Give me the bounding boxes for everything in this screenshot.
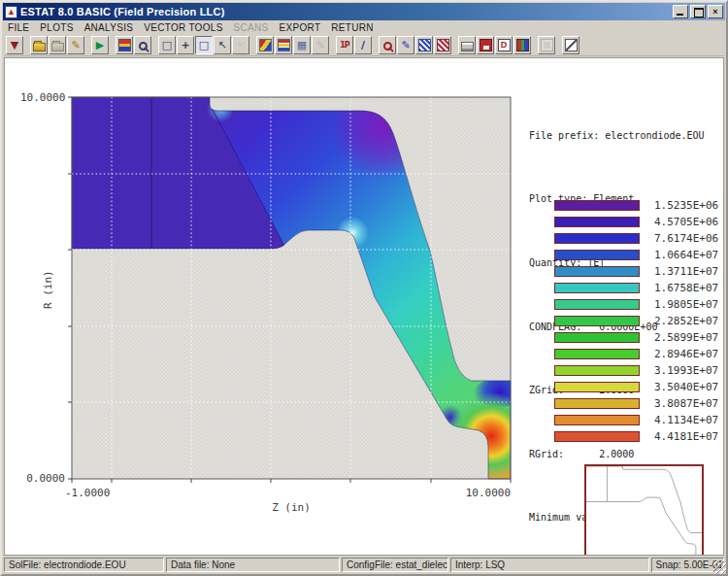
grab-view-button[interactable]: ☜ xyxy=(232,36,249,54)
movie-icon xyxy=(516,39,529,51)
toolbar: ▼ ✎ ▶ □ xyxy=(4,35,724,56)
y-axis-title: R (in) xyxy=(42,270,54,309)
expand-view-button[interactable]: + xyxy=(177,36,194,54)
x-axis-title: Z (in) xyxy=(248,501,335,514)
menu-export[interactable]: EXPORT xyxy=(280,22,321,33)
matrix-red-icon xyxy=(437,39,449,51)
run-button[interactable]: ▶ xyxy=(91,36,109,54)
analysis-zoom-button[interactable] xyxy=(379,36,396,54)
open-data-button[interactable] xyxy=(49,36,66,54)
info-line: RGrid: 2.0000 xyxy=(529,447,705,462)
geometry-overview-inset[interactable] xyxy=(584,464,704,556)
save-plot-button[interactable] xyxy=(477,36,494,54)
plot-style-button[interactable] xyxy=(256,36,274,54)
pan-arrow-icon: ↖ xyxy=(216,39,229,51)
copy-plot-icon: D xyxy=(498,39,511,51)
movie-button[interactable] xyxy=(513,36,531,54)
play-icon: ▶ xyxy=(94,39,107,51)
legend-swatch xyxy=(554,382,640,392)
chart-icon xyxy=(118,39,131,51)
window-title: ESTAT 8.0 BASIC (Field Precision LLC) xyxy=(20,6,673,17)
matrix-file-button[interactable] xyxy=(415,36,433,54)
legend-swatch xyxy=(554,415,640,425)
legend-swatch xyxy=(554,217,640,227)
legend-row: 2.5899E+07 xyxy=(554,332,718,343)
matrix-blue-icon xyxy=(418,39,431,51)
close-plot-button[interactable] xyxy=(562,36,579,54)
zoom-box-icon: □ xyxy=(161,39,174,51)
line-scan-button[interactable]: / xyxy=(354,36,372,54)
color-lines-icon xyxy=(278,39,290,51)
status-cell: Interp: LSQ xyxy=(450,558,649,572)
resize-grip[interactable] xyxy=(713,561,726,574)
legend-value: 2.2852E+07 xyxy=(654,316,718,326)
grid-display-button[interactable]: ▦ xyxy=(293,36,311,54)
global-view-icon: □ xyxy=(198,39,211,51)
status-cell: ConfigFile: estat_dielectric.cfg xyxy=(342,558,448,572)
matrix-file2-button[interactable] xyxy=(434,36,451,54)
menu-vector-tools[interactable]: VECTOR TOOLS xyxy=(144,22,222,33)
maximize-button[interactable] xyxy=(690,5,706,18)
status-cell: Data file: None xyxy=(166,558,340,572)
legend-swatch xyxy=(554,233,640,244)
hand-icon: ☜ xyxy=(235,39,248,51)
plot-settings-button[interactable] xyxy=(116,36,133,54)
exit-plot-button[interactable]: ▼ xyxy=(6,36,23,54)
app-window: ▲ ESTAT 8.0 BASIC (Field Precision LLC) … xyxy=(0,0,728,576)
field-plot-svg xyxy=(72,97,511,479)
legend-row: 3.8087E+07 xyxy=(554,398,718,409)
legend-swatch xyxy=(554,398,640,409)
legend-row: 1.9805E+07 xyxy=(554,299,718,310)
legend-swatch xyxy=(554,431,640,442)
copy-plot-button[interactable]: D xyxy=(495,36,513,54)
menu-analysis[interactable]: ANALYSIS xyxy=(84,22,134,33)
titlebar[interactable]: ▲ ESTAT 8.0 BASIC (Field Precision LLC) … xyxy=(3,3,725,20)
legend-row: 4.4181E+07 xyxy=(554,431,718,442)
plot-page: 10.0000 0.0000 R (in) -1.0000 10.0000 Z … xyxy=(4,57,724,556)
display-dim-button[interactable] xyxy=(538,36,555,54)
legend-row: 1.0664E+07 xyxy=(554,250,718,260)
legend-value: 1.6758E+07 xyxy=(654,283,718,293)
legend-value: 3.5040E+07 xyxy=(654,382,718,392)
global-view-button[interactable]: □ xyxy=(195,36,213,54)
plot-canvas[interactable] xyxy=(72,97,511,479)
menu-plots[interactable]: PLOTS xyxy=(40,22,73,33)
legend-value: 1.9805E+07 xyxy=(654,299,718,310)
point-calc-button[interactable]: 1P xyxy=(336,36,353,54)
legend-row: 1.5235E+06 xyxy=(554,200,718,211)
pan-view-button[interactable]: ↖ xyxy=(214,36,231,54)
legend-swatch xyxy=(554,250,640,260)
legend-swatch xyxy=(554,266,640,277)
close-button[interactable]: × xyxy=(708,5,723,18)
minimize-button[interactable] xyxy=(673,5,688,18)
menu-file[interactable]: FILE xyxy=(8,22,29,33)
legend-swatch xyxy=(554,200,640,211)
legend-value: 2.8946E+07 xyxy=(654,349,718,359)
pencil-dim-icon: ✎ xyxy=(314,39,327,51)
legend-value: 3.1993E+07 xyxy=(654,365,718,376)
inset-svg xyxy=(586,466,702,556)
legend-value: 1.3711E+07 xyxy=(654,266,718,277)
edit-file-button[interactable]: ✎ xyxy=(67,36,84,54)
legend-swatch xyxy=(554,316,640,326)
open-folder-dim-icon xyxy=(51,43,64,51)
legend-swatch xyxy=(554,299,640,310)
mesh-display-button[interactable]: ✎ xyxy=(312,36,329,54)
scan-plot-button[interactable]: ✎ xyxy=(397,36,414,54)
status-cell: SolFile: electrondiode.EOU xyxy=(4,558,164,572)
legend-value: 4.1134E+07 xyxy=(654,415,718,425)
zoom-window-button[interactable] xyxy=(134,36,151,54)
legend-value: 1.0664E+07 xyxy=(654,250,718,260)
open-solution-button[interactable] xyxy=(30,36,48,54)
menu-scans[interactable]: SCANS xyxy=(234,22,269,33)
legend-swatch xyxy=(554,283,640,293)
plot-limits-button[interactable] xyxy=(275,36,292,54)
zoom-region-button[interactable]: □ xyxy=(158,36,176,54)
menubar: FILE PLOTS ANALYSIS VECTOR TOOLS SCANS E… xyxy=(4,21,724,34)
legend-row: 4.1134E+07 xyxy=(554,415,718,425)
print-plot-button[interactable] xyxy=(458,36,476,54)
window-controls: × xyxy=(673,5,723,18)
legend-value: 7.6174E+06 xyxy=(654,233,718,244)
menu-return[interactable]: RETURN xyxy=(331,22,373,33)
save-plot-icon xyxy=(480,39,492,51)
